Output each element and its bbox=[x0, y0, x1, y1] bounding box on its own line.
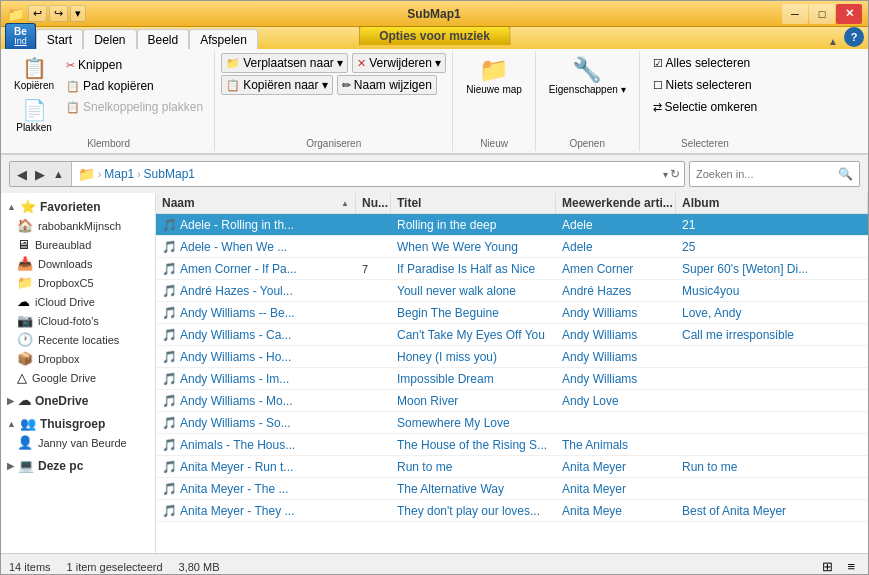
ribbon-collapse-btn[interactable]: ▲ bbox=[828, 36, 838, 47]
plakken-button[interactable]: 📄 Plakken bbox=[9, 95, 59, 136]
sidebar-item-recente[interactable]: 🕐 Recente locaties bbox=[1, 330, 155, 349]
file-naam-link[interactable]: Adele - When We ... bbox=[180, 240, 287, 254]
file-artiest-link[interactable]: Adele bbox=[562, 218, 593, 232]
file-naam-link[interactable]: Anita Meyer - They ... bbox=[180, 504, 295, 518]
kopieren-naar-button[interactable]: 📋 Kopiëren naar ▾ bbox=[221, 75, 333, 95]
file-naam-link[interactable]: André Hazes - Youl... bbox=[180, 284, 293, 298]
niets-selecteren-button[interactable]: ☐ Niets selecteren bbox=[648, 75, 763, 95]
file-titel-link[interactable]: Impossible Dream bbox=[397, 372, 494, 386]
close-button[interactable]: ✕ bbox=[836, 4, 862, 24]
eigenschappen-button[interactable]: 🔧 Eigenschappen ▾ bbox=[544, 53, 631, 136]
table-row[interactable]: 🎵 André Hazes - Youl... Youll never walk… bbox=[156, 280, 868, 302]
music-tab[interactable]: Opties voor muziek bbox=[358, 26, 511, 45]
file-album-link[interactable]: Music4you bbox=[682, 284, 739, 298]
sidebar-header-onedrive[interactable]: ▶ ☁ OneDrive bbox=[1, 391, 155, 410]
help-button[interactable]: ? bbox=[844, 27, 864, 47]
table-row[interactable]: 🎵 Andy Williams - Im... Impossible Dream… bbox=[156, 368, 868, 390]
file-titel-link[interactable]: Begin The Beguine bbox=[397, 306, 499, 320]
knippen-button[interactable]: ✂ Knippen bbox=[61, 55, 208, 75]
view-grid-button[interactable]: ⊞ bbox=[817, 556, 838, 575]
file-titel-link[interactable]: Honey (I miss you) bbox=[397, 350, 497, 364]
file-naam-link[interactable]: Andy Williams - Ca... bbox=[180, 328, 291, 342]
table-row[interactable]: 🎵 Andy Williams - So... Somewhere My Lov… bbox=[156, 412, 868, 434]
file-artiest-link[interactable]: Anita Meyer bbox=[562, 482, 626, 496]
file-artiest-link[interactable]: Anita Meye bbox=[562, 504, 622, 518]
sidebar-item-icloud-fotos[interactable]: 📷 iCloud-foto's bbox=[1, 311, 155, 330]
tab-afspelen[interactable]: Afspelen bbox=[189, 29, 258, 49]
file-artiest-link[interactable]: Andy Love bbox=[562, 394, 619, 408]
file-album-link[interactable]: 25 bbox=[682, 240, 695, 254]
file-naam-link[interactable]: Amen Corner - If Pa... bbox=[180, 262, 297, 276]
table-row[interactable]: 🎵 Anita Meyer - Run t... Run to me Anita… bbox=[156, 456, 868, 478]
col-header-artiest[interactable]: Meewerkende arti... bbox=[556, 193, 676, 213]
file-titel-link[interactable]: Moon River bbox=[397, 394, 458, 408]
selectie-omkeren-button[interactable]: ⇄ Selectie omkeren bbox=[648, 97, 763, 117]
file-naam-link[interactable]: Andy Williams - Mo... bbox=[180, 394, 293, 408]
file-artiest-link[interactable]: Andy Williams bbox=[562, 372, 637, 386]
file-artiest-link[interactable]: The Animals bbox=[562, 438, 628, 452]
file-naam-link[interactable]: Andy Williams - Im... bbox=[180, 372, 289, 386]
col-header-naam[interactable]: Naam ▲ bbox=[156, 193, 356, 213]
table-row[interactable]: 🎵 Andy Williams - Ca... Can't Take My Ey… bbox=[156, 324, 868, 346]
sidebar-item-downloads[interactable]: 📥 Downloads bbox=[1, 254, 155, 273]
sidebar-item-dropboxc5[interactable]: 📁 DropboxC5 bbox=[1, 273, 155, 292]
sidebar-header-thuisgroep[interactable]: ▲ 👥 Thuisgroep bbox=[1, 414, 155, 433]
sidebar-header-dezepc[interactable]: ▶ 💻 Deze pc bbox=[1, 456, 155, 475]
sidebar-item-bureaublad[interactable]: 🖥 Bureaublad bbox=[1, 235, 155, 254]
sidebar-item-dropbox[interactable]: 📦 Dropbox bbox=[1, 349, 155, 368]
pad-kopieren-button[interactable]: 📋 Pad kopiëren bbox=[61, 76, 208, 96]
table-row[interactable]: 🎵 Adele - When We ... When We Were Young… bbox=[156, 236, 868, 258]
file-artiest-link[interactable]: Anita Meyer bbox=[562, 460, 626, 474]
file-naam-link[interactable]: Andy Williams - Ho... bbox=[180, 350, 291, 364]
file-titel-link[interactable]: They don't play our loves... bbox=[397, 504, 540, 518]
table-row[interactable]: 🎵 Adele - Rolling in th... Rolling in th… bbox=[156, 214, 868, 236]
file-naam-link[interactable]: Animals - The Hous... bbox=[180, 438, 295, 452]
file-album-link[interactable]: Best of Anita Meyer bbox=[682, 504, 786, 518]
view-list-button[interactable]: ≡ bbox=[842, 556, 860, 575]
tab-delen[interactable]: Delen bbox=[83, 29, 136, 49]
sidebar-item-icloud[interactable]: ☁ iCloud Drive bbox=[1, 292, 155, 311]
file-titel-link[interactable]: Youll never walk alone bbox=[397, 284, 516, 298]
file-titel-link[interactable]: The House of the Rising S... bbox=[397, 438, 547, 452]
file-album-link[interactable]: Love, Andy bbox=[682, 306, 741, 320]
sidebar-header-favorieten[interactable]: ▲ ⭐ Favorieten bbox=[1, 197, 155, 216]
refresh-button[interactable]: ↻ bbox=[670, 167, 680, 181]
addr-dropdown-btn[interactable]: ▾ bbox=[663, 169, 668, 180]
nieuwe-map-button[interactable]: 📁 Nieuwe map bbox=[461, 53, 527, 136]
table-row[interactable]: 🎵 Andy Williams - Ho... Honey (I miss yo… bbox=[156, 346, 868, 368]
file-naam-link[interactable]: Andy Williams -- Be... bbox=[180, 306, 295, 320]
table-row[interactable]: 🎵 Anita Meyer - They ... They don't play… bbox=[156, 500, 868, 522]
file-album-link[interactable]: Super 60's [Weton] Di... bbox=[682, 262, 808, 276]
file-album-link[interactable]: Run to me bbox=[682, 460, 737, 474]
file-naam-link[interactable]: Adele - Rolling in th... bbox=[180, 218, 294, 232]
file-album-link[interactable]: Call me irresponsible bbox=[682, 328, 794, 342]
tab-bestand[interactable]: Be Ind bbox=[5, 23, 36, 49]
breadcrumb-submap1[interactable]: SubMap1 bbox=[144, 167, 195, 181]
search-input[interactable] bbox=[696, 168, 834, 180]
breadcrumb-map1[interactable]: Map1 bbox=[104, 167, 134, 181]
naam-wijzigen-button[interactable]: ✏ Naam wijzigen bbox=[337, 75, 437, 95]
file-artiest-link[interactable]: Andy Williams bbox=[562, 306, 637, 320]
file-artiest-link[interactable]: Andy Williams bbox=[562, 350, 637, 364]
table-row[interactable]: 🎵 Andy Williams -- Be... Begin The Begui… bbox=[156, 302, 868, 324]
col-header-album[interactable]: Album bbox=[676, 193, 868, 213]
back-button[interactable]: ◀ bbox=[14, 166, 30, 183]
kopieren-button[interactable]: 📋 Kopiëren bbox=[9, 53, 59, 94]
qa-dropdown[interactable]: ▾ bbox=[70, 5, 86, 22]
tab-start[interactable]: Start bbox=[36, 29, 83, 49]
table-row[interactable]: 🎵 Andy Williams - Mo... Moon River Andy … bbox=[156, 390, 868, 412]
file-naam-link[interactable]: Anita Meyer - Run t... bbox=[180, 460, 293, 474]
maximize-button[interactable]: □ bbox=[809, 4, 835, 24]
file-titel-link[interactable]: If Paradise Is Half as Nice bbox=[397, 262, 535, 276]
file-titel-link[interactable]: Rolling in the deep bbox=[397, 218, 496, 232]
alles-selecteren-button[interactable]: ☑ Alles selecteren bbox=[648, 53, 763, 73]
file-artiest-link[interactable]: Adele bbox=[562, 240, 593, 254]
file-titel-link[interactable]: Can't Take My Eyes Off You bbox=[397, 328, 545, 342]
minimize-button[interactable]: ─ bbox=[782, 4, 808, 24]
file-artiest-link[interactable]: Amen Corner bbox=[562, 262, 633, 276]
file-titel-link[interactable]: Somewhere My Love bbox=[397, 416, 510, 430]
table-row[interactable]: 🎵 Anita Meyer - The ... The Alternative … bbox=[156, 478, 868, 500]
file-titel-link[interactable]: Run to me bbox=[397, 460, 452, 474]
file-artiest-link[interactable]: Andy Williams bbox=[562, 328, 637, 342]
qa-btn-1[interactable]: ↩ bbox=[28, 5, 47, 22]
